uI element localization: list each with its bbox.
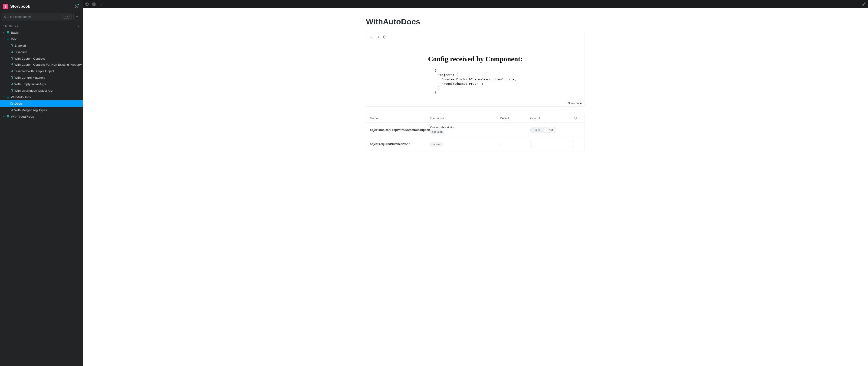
theme-toggle-button[interactable] [74, 4, 79, 9]
arg-control-cell [530, 141, 574, 147]
svg-rect-16 [7, 115, 8, 116]
svg-line-34 [378, 38, 379, 38]
preview-toolbar [366, 33, 585, 41]
sidebar-item-label: With Empty Initial Args [14, 82, 46, 86]
zoom-in-button[interactable] [369, 35, 373, 39]
sidebar-item-label: Enabled [14, 44, 26, 47]
svg-rect-15 [8, 97, 9, 98]
number-input[interactable] [530, 141, 574, 147]
image-icon [85, 2, 89, 6]
svg-rect-10 [7, 39, 8, 40]
sidebar-item-label: Docs [14, 102, 22, 105]
sidebar-item-with-merged-arg-types[interactable]: With Merged Arg Types [0, 107, 83, 113]
sidebar-item-disabled-simple-object[interactable]: Disabled With Simple Object [0, 68, 83, 74]
toggle-true[interactable]: True [544, 127, 556, 133]
status-dot [78, 4, 79, 6]
image-tool-button[interactable] [85, 2, 89, 6]
args-table-header: Name Description Default Control [366, 114, 585, 122]
svg-line-1 [6, 18, 6, 18]
arg-type: number [430, 142, 443, 146]
bookmark-icon [10, 82, 13, 86]
reset-controls-button[interactable] [574, 117, 581, 120]
svg-rect-9 [8, 38, 9, 39]
sidebar: S Storybook Find components ⌃K STORIES [0, 0, 83, 366]
arg-type: boolean [430, 130, 444, 134]
svg-rect-14 [7, 97, 8, 98]
toggle-false[interactable]: False [530, 127, 544, 133]
sidebar-item-with-empty-initial-args[interactable]: With Empty Initial Args [0, 81, 83, 87]
arg-name: object.booleanPropWithCustomDescription [370, 128, 430, 132]
sidebar-item-label: Basic [11, 31, 19, 34]
add-button[interactable] [73, 13, 81, 21]
bookmark-icon [10, 89, 13, 92]
header-description: Description [430, 117, 500, 120]
search-input[interactable]: Find components ⌃K [2, 13, 71, 21]
stories-section-toggle[interactable]: STORIES [2, 24, 19, 27]
chevron-down-icon: ▾ [3, 96, 5, 98]
sidebar-item-label: Disabled [14, 51, 27, 54]
svg-rect-4 [7, 31, 8, 32]
component-icon [6, 38, 9, 41]
brand[interactable]: S Storybook [3, 4, 30, 9]
chevron-down-icon: ▾ [3, 38, 5, 40]
fullscreen-button[interactable] [862, 2, 866, 6]
sidebar-item-label: Dev [11, 37, 17, 41]
svg-rect-22 [92, 3, 93, 3]
undo-icon [574, 117, 577, 120]
sidebar-item-label: With Control Matchers [14, 76, 45, 79]
bookmark-icon [10, 70, 13, 72]
svg-rect-12 [7, 96, 8, 97]
svg-line-27 [864, 3, 865, 3]
zoom-reset-button[interactable] [383, 35, 386, 39]
boolean-toggle[interactable]: False True [530, 127, 556, 133]
sidebar-item-with-overridden-object-arg[interactable]: With Overridden Object Arg [0, 87, 83, 94]
svg-rect-13 [8, 96, 9, 97]
arg-description-cell: Custom description boolean [430, 126, 500, 134]
grid-tool-button[interactable] [92, 2, 96, 6]
svg-line-28 [862, 4, 863, 5]
zoom-out-button[interactable] [376, 35, 380, 39]
svg-rect-7 [8, 33, 9, 34]
doc-scroll[interactable]: WithAutoDocs Config received by Componen… [83, 8, 868, 366]
sidebar-item-label: WithTypedProps [11, 115, 34, 119]
sidebar-item-label: WithAutoDocs [11, 95, 31, 99]
svg-rect-19 [8, 117, 9, 118]
sidebar-item-dev[interactable]: ▾ Dev [0, 36, 83, 42]
zoom-in-icon [369, 35, 373, 39]
sidebar-item-label: Disabled With Simple Object [14, 69, 54, 73]
sidebar-item-label: With Custom Controls For Non Existing Pr… [14, 63, 82, 67]
required-star: * [409, 142, 410, 146]
chevron-right-icon: ▸ [3, 31, 5, 34]
sidebar-item-with-control-matchers[interactable]: With Control Matchers [0, 74, 83, 81]
svg-rect-6 [7, 33, 8, 34]
outline-tool-button[interactable] [99, 2, 103, 6]
sidebar-item-label: With Overridden Object Arg [14, 89, 53, 92]
args-row: object.booleanPropWithCustomDescription … [366, 122, 585, 137]
svg-rect-26 [100, 3, 102, 5]
arg-default: - [500, 128, 530, 132]
sidebar-item-docs[interactable]: Docs [0, 100, 83, 107]
sidebar-item-basic[interactable]: ▸ Basic [0, 29, 83, 36]
bookmark-icon [10, 109, 13, 111]
show-code-button[interactable]: Show code [565, 100, 585, 106]
svg-point-21 [86, 3, 87, 4]
fullscreen-icon [862, 2, 866, 6]
brand-logo: S [3, 4, 8, 9]
sidebar-item-disabled[interactable]: Disabled [0, 49, 83, 55]
sidebar-item-with-typed-props[interactable]: ▸ WithTypedProps [0, 113, 83, 120]
search-row: Find components ⌃K [0, 11, 83, 23]
plus-icon [75, 15, 79, 18]
sort-button[interactable] [77, 24, 80, 27]
sidebar-item-with-custom-controls-nonexisting[interactable]: With Custom Controls For Non Existing Pr… [0, 62, 83, 68]
bookmark-icon [10, 51, 13, 54]
sidebar-item-with-custom-controls[interactable]: With Custom Controls [0, 55, 83, 62]
args-row: object.requiredNumberProp* number - [366, 137, 585, 151]
sidebar-item-label: With Merged Arg Types [14, 108, 47, 112]
sidebar-item-enabled[interactable]: Enabled [0, 42, 83, 49]
svg-rect-23 [94, 3, 95, 3]
bookmark-icon [10, 57, 13, 60]
chevron-down-icon [2, 25, 4, 27]
preview-body: Config received by Component: { "object"… [366, 41, 585, 106]
doc-inner: WithAutoDocs Config received by Componen… [366, 17, 585, 151]
sidebar-item-with-auto-docs[interactable]: ▾ WithAutoDocs [0, 94, 83, 100]
